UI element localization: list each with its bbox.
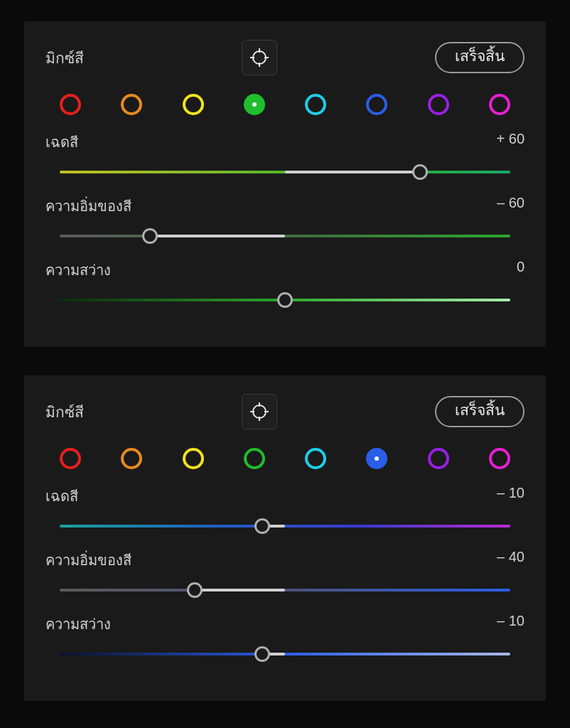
done-button[interactable]: เสร็จสิ้น [435, 396, 525, 427]
color-swatch[interactable] [183, 94, 204, 115]
slider-header: ความสว่าง0 [45, 259, 525, 282]
slider-header: ความสว่าง– 10 [45, 613, 525, 636]
slider-track [60, 653, 510, 655]
svg-point-5 [253, 405, 266, 418]
slider-row: เฉดสี– 10 [45, 485, 525, 535]
panel-header: มิกซ์สีเสร็จสิ้น [45, 40, 525, 75]
slider[interactable] [45, 291, 525, 309]
panel-header: มิกซ์สีเสร็จสิ้น [45, 394, 525, 429]
svg-point-0 [253, 51, 266, 64]
slider[interactable] [45, 164, 525, 181]
color-swatch[interactable] [244, 448, 265, 469]
slider-track [60, 525, 510, 528]
slider-row: ความสว่าง– 10 [45, 613, 525, 663]
slider-header: ความอิ่มของสี– 40 [45, 549, 525, 572]
slider-row: ความอิ่มของสี– 40 [45, 549, 525, 599]
color-swatch[interactable] [305, 94, 326, 115]
color-swatch[interactable] [489, 94, 510, 115]
slider-thumb[interactable] [254, 518, 270, 534]
color-mix-panel: มิกซ์สีเสร็จสิ้นเฉดสี+ 60ความอิ่มของสี– … [24, 21, 546, 347]
slider-header: เฉดสี– 10 [45, 485, 525, 508]
done-button[interactable]: เสร็จสิ้น [435, 42, 525, 73]
slider-label: ความสว่าง [45, 259, 111, 282]
slider-track [60, 589, 510, 592]
slider-label: เฉดสี [45, 485, 78, 508]
slider-fill [195, 589, 285, 592]
slider-row: ความอิ่มของสี– 60 [45, 195, 525, 245]
color-swatch-row [45, 448, 525, 469]
slider-row: เฉดสี+ 60 [45, 131, 525, 181]
slider-label: ความสว่าง [45, 613, 111, 636]
slider-label: ความอิ่มของสี [45, 195, 131, 218]
slider-label: เฉดสี [45, 131, 78, 154]
slider-value: – 10 [497, 485, 525, 508]
color-swatch[interactable] [60, 448, 81, 469]
slider-track [60, 235, 510, 237]
slider-row: ความสว่าง0 [45, 259, 525, 309]
selected-indicator-icon [375, 456, 379, 461]
slider-label: ความอิ่มของสี [45, 549, 131, 572]
slider-header: เฉดสี+ 60 [45, 131, 525, 154]
slider-thumb[interactable] [187, 582, 203, 598]
color-swatch[interactable] [121, 94, 142, 115]
target-adjust-button[interactable] [242, 40, 277, 75]
slider-thumb[interactable] [412, 164, 428, 180]
color-swatch-row [45, 94, 525, 115]
crosshair-icon [250, 402, 269, 421]
slider-fill [285, 171, 420, 173]
panel-title: มิกซ์สี [45, 46, 84, 70]
slider[interactable] [45, 228, 525, 245]
color-swatch[interactable] [428, 448, 449, 469]
slider-value: – 10 [497, 613, 525, 636]
slider-header: ความอิ่มของสี– 60 [45, 195, 525, 218]
slider-value: 0 [517, 259, 525, 282]
slider-value: + 60 [497, 131, 525, 154]
color-swatch[interactable] [60, 94, 81, 115]
slider-fill [150, 235, 285, 237]
slider-thumb[interactable] [142, 228, 158, 244]
slider[interactable] [45, 582, 525, 599]
color-swatch[interactable] [183, 448, 204, 469]
selected-indicator-icon [252, 102, 257, 107]
slider-value: – 40 [497, 549, 525, 572]
slider-thumb[interactable] [277, 292, 293, 308]
slider[interactable] [45, 646, 525, 663]
panel-title: มิกซ์สี [45, 400, 84, 424]
color-swatch[interactable] [121, 448, 142, 469]
slider-value: – 60 [497, 195, 525, 218]
color-mix-panel: มิกซ์สีเสร็จสิ้นเฉดสี– 10ความอิ่มของสี– … [24, 375, 546, 701]
crosshair-icon [250, 48, 269, 67]
slider[interactable] [45, 518, 525, 535]
target-adjust-button[interactable] [242, 394, 277, 429]
color-swatch[interactable] [244, 94, 265, 115]
color-swatch[interactable] [305, 448, 326, 469]
color-swatch[interactable] [366, 94, 387, 115]
slider-thumb[interactable] [254, 646, 270, 662]
color-swatch[interactable] [428, 94, 449, 115]
color-swatch[interactable] [489, 448, 510, 469]
color-swatch[interactable] [366, 448, 387, 469]
